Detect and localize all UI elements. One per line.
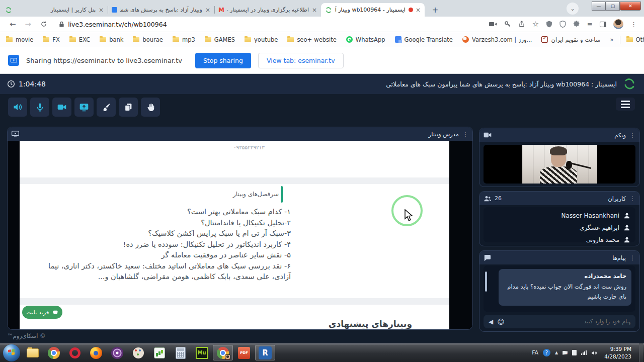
stop-sharing-button[interactable]: Stop sharing xyxy=(195,53,251,68)
translate-icon xyxy=(395,36,401,43)
language-indicator[interactable]: FA xyxy=(532,349,538,356)
tab-active-webinar[interactable]: ایسمینار - wb100964 وبینار آزاد × xyxy=(321,3,425,17)
tab-search-chevron[interactable]: ⌄ xyxy=(567,3,579,15)
network-signal-icon[interactable] xyxy=(581,350,587,355)
microphone-button[interactable] xyxy=(30,98,49,117)
tray-document-icon[interactable] xyxy=(572,350,577,355)
bookmark-exc[interactable]: EXC xyxy=(69,36,90,43)
bookmark-varzesh3[interactable]: Varzesh3.com | ورز... xyxy=(462,36,532,43)
taskbar-calculator[interactable] xyxy=(171,345,191,360)
tab-user-panel[interactable]: پنل کاربر | ایسمینار × xyxy=(1,3,108,17)
close-icon[interactable]: × xyxy=(99,7,104,13)
whatsapp-icon xyxy=(346,36,353,43)
help-icon[interactable]: ? xyxy=(543,349,550,356)
bookmark-star-icon[interactable]: ☆ xyxy=(532,20,539,29)
shield-extension-icon[interactable] xyxy=(546,21,552,28)
bookmark-movie[interactable]: movie xyxy=(6,36,33,43)
reload-icon[interactable] xyxy=(40,21,47,28)
person-icon xyxy=(623,236,630,243)
taskbar-chart-app[interactable] xyxy=(149,345,170,360)
tray-overflow-icon[interactable]: ▲ xyxy=(555,350,558,355)
taskbar-chrome-profile[interactable] xyxy=(213,345,233,360)
start-button[interactable] xyxy=(3,344,20,361)
close-icon[interactable]: × xyxy=(205,7,210,13)
tab-webinar-info[interactable]: وبینار آزاد :پاسخ به پرسش های شما × xyxy=(108,3,214,17)
shield-check-icon[interactable] xyxy=(559,21,566,28)
share-icon[interactable] xyxy=(518,21,525,28)
emoji-icon[interactable]: ☺ xyxy=(497,318,505,326)
send-icon[interactable]: ◀ xyxy=(489,318,493,325)
back-icon[interactable]: ← xyxy=(10,20,16,29)
panel-title: پیام‌ها xyxy=(612,254,626,261)
panel-menu-kebab-icon[interactable]: ⋮ xyxy=(629,254,635,261)
folder-icon xyxy=(6,37,13,42)
taskbar-explorer[interactable] xyxy=(23,345,43,360)
bookmark-bourae[interactable]: bourae xyxy=(133,36,163,43)
user-row[interactable]: Nasser Hasankhani xyxy=(489,210,630,222)
whiteboard-button[interactable] xyxy=(97,98,116,117)
bookmark-games[interactable]: GAMES xyxy=(205,36,235,43)
panel-menu-kebab-icon[interactable]: ⋮ xyxy=(629,195,635,202)
tray-clock[interactable]: 9:39 PM 4/28/2023 xyxy=(604,345,631,359)
profile-avatar[interactable] xyxy=(613,19,623,29)
omnibox[interactable]: live3.eseminar.tv/ch/wb100964 xyxy=(59,21,489,28)
screen-share-button[interactable] xyxy=(74,98,94,117)
bookmark-google-translate[interactable]: Google Translate xyxy=(395,36,453,43)
view-tab-button[interactable]: View tab: eseminar.tv xyxy=(258,53,344,68)
media-toolbar xyxy=(0,94,644,120)
show-desktop-button[interactable] xyxy=(639,343,643,362)
taskbar-firefox[interactable] xyxy=(86,345,106,360)
new-tab-button[interactable]: + xyxy=(429,4,442,17)
chat-message: حامد محمدزاده روش ست اند فورگت الان جواب… xyxy=(499,269,631,306)
bookmark-seo-website[interactable]: seo+-website xyxy=(287,36,336,43)
taskbar-opera[interactable] xyxy=(65,345,85,360)
folder-icon xyxy=(69,37,76,42)
taskbar-r-app[interactable]: R xyxy=(255,345,275,360)
close-icon[interactable]: × xyxy=(416,7,421,13)
forward-icon[interactable]: → xyxy=(25,20,32,29)
minimize-button[interactable]: — xyxy=(592,2,606,11)
raise-hand-button[interactable] xyxy=(141,98,160,117)
bookmark-youtube[interactable]: youtube xyxy=(245,36,278,43)
tab-gmail[interactable]: M اطلاعیه برگزاری وبینار در ایسمینار - G… xyxy=(214,3,321,17)
webinar-app: 1:04:48 ایسمینار : wb100964 وبینار آزاد … xyxy=(0,74,644,343)
reading-list-icon[interactable]: ≡ xyxy=(587,21,593,28)
other-bookmarks[interactable]: Other bookmarks xyxy=(626,36,644,43)
volume-icon[interactable] xyxy=(591,350,598,356)
bookmark-bank[interactable]: bank xyxy=(100,36,123,43)
messages-scrollbar-thumb[interactable] xyxy=(485,272,487,292)
user-row[interactable]: محمد هارونی xyxy=(489,234,630,246)
window-controls: — ▢ ✕ xyxy=(592,2,641,11)
tab-capture-icon[interactable] xyxy=(489,21,497,27)
extensions-puzzle-icon[interactable] xyxy=(573,21,580,28)
bookmark-whatsapp[interactable]: WhatsApp xyxy=(346,36,385,43)
taskbar-tor[interactable] xyxy=(107,345,127,360)
side-panel-icon[interactable] xyxy=(600,22,606,27)
action-center-flag-icon[interactable]: ✕ xyxy=(562,351,568,355)
close-window-button[interactable]: ✕ xyxy=(620,2,641,11)
files-button[interactable] xyxy=(119,98,138,117)
topic-item: ۵- نقش سایر عناصر در موفقیت معامله گر xyxy=(43,250,291,261)
panel-menu-kebab-icon[interactable]: ⋮ xyxy=(462,131,468,138)
message-input[interactable] xyxy=(509,318,630,325)
user-list: Nasser Hasankhani ابراهیم عسگری محمد هار… xyxy=(484,207,635,242)
buy-ticket-button[interactable]: خرید بلیت xyxy=(22,306,62,319)
taskbar-pdf-editor[interactable]: PDF xyxy=(234,345,254,360)
layout-menu-button[interactable] xyxy=(616,98,635,111)
speaker-button[interactable] xyxy=(8,98,27,117)
taskbar-paint[interactable] xyxy=(128,345,148,360)
menu-kebab-icon[interactable]: ⋮ xyxy=(630,21,637,28)
panel-menu-kebab-icon[interactable]: ⋮ xyxy=(629,132,635,139)
key-icon[interactable] xyxy=(504,21,511,28)
bookmark-iran-calendar[interactable]: ساعت و تقویم ایران xyxy=(541,36,600,43)
bookmarks-overflow-chevron[interactable]: » xyxy=(610,36,613,43)
close-icon[interactable]: × xyxy=(312,7,317,13)
bookmark-mp3[interactable]: mp3 xyxy=(173,36,195,43)
taskbar-muse[interactable]: Mu xyxy=(192,345,212,360)
skyroom-watermark: © اسکای‌روم™ xyxy=(7,332,46,339)
user-row[interactable]: ابراهیم عسگری xyxy=(489,222,630,234)
webcam-button[interactable] xyxy=(52,98,71,117)
maximize-button[interactable]: ▢ xyxy=(606,2,620,11)
taskbar-chrome[interactable] xyxy=(44,345,64,360)
bookmark-fx[interactable]: FX xyxy=(43,36,60,43)
